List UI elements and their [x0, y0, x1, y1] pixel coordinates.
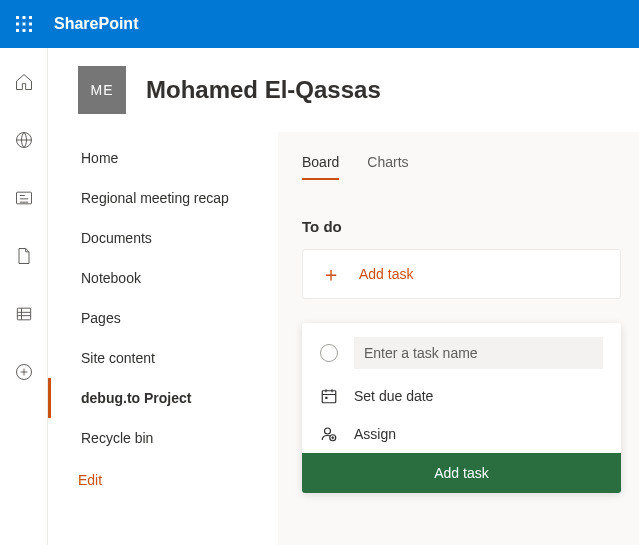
- nav-item-site-content[interactable]: Site content: [48, 338, 278, 378]
- nav-item-regional-meeting[interactable]: Regional meeting recap: [48, 178, 278, 218]
- tab-charts[interactable]: Charts: [367, 144, 408, 180]
- app-rail: [0, 48, 48, 545]
- nav-item-debugto-project[interactable]: debug.to Project: [48, 378, 278, 418]
- rail-lists-button[interactable]: [8, 298, 40, 330]
- news-icon: [14, 188, 34, 208]
- home-icon: [14, 72, 34, 92]
- svg-rect-7: [23, 29, 26, 32]
- site-title[interactable]: Mohamed El-Qassas: [146, 76, 381, 104]
- rail-create-button[interactable]: [8, 356, 40, 388]
- svg-rect-2: [29, 16, 32, 19]
- nav-item-documents[interactable]: Documents: [48, 218, 278, 258]
- task-name-input[interactable]: [354, 337, 603, 369]
- list-icon: [14, 304, 34, 324]
- site-nav: Home Regional meeting recap Documents No…: [48, 132, 278, 545]
- set-due-date-row[interactable]: Set due date: [302, 377, 621, 415]
- main-panel: Board Charts To do ＋ Add task: [278, 132, 639, 545]
- bucket-title: To do: [302, 218, 621, 235]
- add-task-submit-button[interactable]: Add task: [302, 453, 621, 493]
- file-icon: [14, 246, 34, 266]
- nav-edit-link[interactable]: Edit: [48, 458, 278, 500]
- task-complete-circle[interactable]: [320, 344, 338, 362]
- nav-item-recycle-bin[interactable]: Recycle bin: [48, 418, 278, 458]
- plus-circle-icon: [14, 362, 34, 382]
- svg-rect-6: [16, 29, 19, 32]
- svg-point-15: [325, 428, 331, 434]
- tab-board[interactable]: Board: [302, 144, 339, 180]
- rail-news-button[interactable]: [8, 182, 40, 214]
- svg-rect-0: [16, 16, 19, 19]
- calendar-icon: [320, 387, 338, 405]
- svg-rect-4: [23, 23, 26, 26]
- svg-rect-13: [322, 391, 336, 403]
- plus-icon: ＋: [321, 264, 341, 284]
- rail-sites-button[interactable]: [8, 124, 40, 156]
- rail-files-button[interactable]: [8, 240, 40, 272]
- svg-rect-14: [325, 397, 327, 399]
- waffle-icon: [16, 16, 32, 32]
- nav-item-notebook[interactable]: Notebook: [48, 258, 278, 298]
- rail-home-button[interactable]: [8, 66, 40, 98]
- suite-bar: SharePoint: [0, 0, 639, 48]
- bucket-todo: To do ＋ Add task: [296, 218, 621, 517]
- svg-rect-1: [23, 16, 26, 19]
- nav-item-pages[interactable]: Pages: [48, 298, 278, 338]
- nav-item-home[interactable]: Home: [48, 138, 278, 178]
- site-header: ME Mohamed El-Qassas: [48, 48, 639, 132]
- app-launcher-button[interactable]: [0, 0, 48, 48]
- add-task-label: Add task: [359, 266, 413, 282]
- due-date-label: Set due date: [354, 388, 433, 404]
- svg-rect-3: [16, 23, 19, 26]
- planner-tabs: Board Charts: [296, 144, 621, 180]
- svg-rect-11: [17, 308, 30, 320]
- svg-rect-8: [29, 29, 32, 32]
- assign-row[interactable]: Assign: [302, 415, 621, 453]
- svg-rect-5: [29, 23, 32, 26]
- globe-icon: [14, 130, 34, 150]
- suite-app-name[interactable]: SharePoint: [54, 15, 138, 33]
- assign-icon: [320, 425, 338, 443]
- new-task-card: Set due date Assign Add task: [302, 323, 621, 493]
- add-task-card[interactable]: ＋ Add task: [302, 249, 621, 299]
- assign-label: Assign: [354, 426, 396, 442]
- site-logo[interactable]: ME: [78, 66, 126, 114]
